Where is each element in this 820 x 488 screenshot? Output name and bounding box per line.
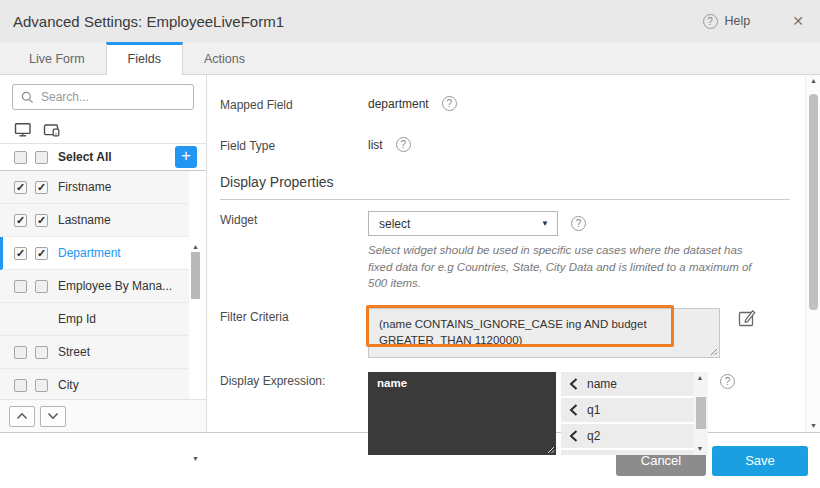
- select-all-row: Select All +: [0, 144, 206, 171]
- field-label: Department: [58, 246, 121, 260]
- field-row-lastname[interactable]: ✓✓Lastname: [0, 204, 189, 237]
- filter-criteria-label: Filter Criteria: [220, 308, 368, 324]
- main-scrollbar[interactable]: ▲ ▼: [805, 75, 820, 432]
- resize-handle-icon[interactable]: [710, 348, 718, 356]
- scrollbar-thumb[interactable]: [191, 252, 200, 299]
- widget-help-icon[interactable]: ?: [571, 216, 586, 231]
- field-row-street[interactable]: Street: [0, 336, 189, 369]
- field-label: City: [58, 378, 79, 392]
- widget-label: Widget: [220, 211, 368, 227]
- mapped-field-value: department: [368, 97, 429, 111]
- field-row-emp-id[interactable]: Emp Id: [0, 303, 189, 336]
- edit-icon[interactable]: [738, 309, 756, 327]
- mobile-checkbox[interactable]: [35, 346, 48, 359]
- move-field-up-button[interactable]: [9, 406, 35, 427]
- search-box: [12, 84, 194, 110]
- scroll-up-icon[interactable]: ▲: [694, 374, 706, 382]
- field-type-label: Field Type: [220, 137, 368, 153]
- display-properties-heading: Display Properties: [220, 174, 790, 200]
- field-row-firstname[interactable]: ✓✓Firstname: [0, 171, 189, 204]
- expression-field-item-name[interactable]: name: [561, 372, 694, 398]
- mobile-checkbox[interactable]: ✓: [35, 214, 48, 227]
- scroll-down-icon[interactable]: ▼: [190, 455, 201, 463]
- display-expression-label: Display Expression:: [220, 372, 368, 388]
- expression-field-item-q2[interactable]: q2: [561, 424, 694, 450]
- mapped-field-label: Mapped Field: [220, 96, 368, 112]
- mobile-checkbox[interactable]: [35, 280, 48, 293]
- help-link[interactable]: Help: [725, 14, 751, 28]
- web-checkbox[interactable]: ✓: [14, 181, 27, 194]
- close-icon[interactable]: ✕: [792, 13, 804, 29]
- dialog-header: Advanced Settings: EmployeeLiveForm1 ? H…: [0, 0, 820, 42]
- search-input[interactable]: [41, 90, 196, 104]
- web-checkbox[interactable]: [14, 346, 27, 359]
- web-checkbox[interactable]: [14, 280, 27, 293]
- expression-field-item-q1[interactable]: q1: [561, 398, 694, 424]
- scrollbar-thumb[interactable]: [809, 94, 818, 310]
- mobile-checkbox[interactable]: [35, 379, 48, 392]
- expression-list-scrollbar[interactable]: ▲ ▼: [694, 372, 708, 455]
- scroll-up-icon[interactable]: ▲: [190, 243, 201, 251]
- widget-select[interactable]: select ▼: [368, 211, 558, 236]
- field-label: Emp Id: [58, 312, 96, 326]
- scroll-up-icon[interactable]: ▲: [806, 77, 820, 85]
- mobile-icon[interactable]: [43, 122, 62, 138]
- desktop-icon[interactable]: [14, 122, 32, 138]
- field-settings-panel: Mapped Field department ? Field Type lis…: [207, 75, 820, 432]
- fields-sidebar: Select All + ✓✓Firstname✓✓Lastname✓✓Depa…: [0, 75, 207, 432]
- filter-criteria-textarea[interactable]: (name CONTAINS_IGNORE_CASE ing AND budge…: [368, 308, 720, 358]
- expression-field-name: name: [587, 377, 617, 391]
- field-row-department[interactable]: ✓✓Department: [0, 237, 189, 270]
- display-expression-help-icon[interactable]: ?: [720, 374, 735, 389]
- move-field-down-button[interactable]: [40, 406, 66, 427]
- mapped-field-help-icon[interactable]: ?: [442, 96, 457, 111]
- field-reorder-bar: [0, 399, 206, 432]
- field-label: Employee By Mana...: [58, 279, 172, 293]
- widget-selected-value: select: [379, 217, 541, 231]
- resize-handle-icon[interactable]: [547, 446, 555, 454]
- dialog-title: Advanced Settings: EmployeeLiveForm1: [13, 13, 284, 30]
- chevron-left-icon: [569, 378, 578, 390]
- advanced-settings-dialog: Advanced Settings: EmployeeLiveForm1 ? H…: [0, 0, 820, 488]
- select-all-web-checkbox[interactable]: [14, 151, 27, 164]
- field-type-value: list: [368, 138, 383, 152]
- web-checkbox[interactable]: [14, 379, 27, 392]
- field-label: Lastname: [58, 213, 111, 227]
- tab-fields[interactable]: Fields: [106, 42, 183, 75]
- mobile-checkbox[interactable]: ✓: [35, 181, 48, 194]
- expression-field-item-q3[interactable]: q3: [561, 450, 694, 455]
- scroll-down-icon[interactable]: ▼: [806, 422, 820, 430]
- tab-bar: Live FormFieldsActions: [0, 42, 820, 75]
- tab-live-form[interactable]: Live Form: [8, 42, 106, 75]
- scroll-down-icon[interactable]: ▼: [694, 445, 706, 453]
- sidebar-scrollbar[interactable]: ▲ ▼: [190, 243, 201, 467]
- chevron-left-icon: [569, 430, 578, 442]
- help-icon[interactable]: ?: [703, 14, 718, 29]
- select-all-label: Select All: [58, 150, 112, 164]
- mobile-checkbox[interactable]: ✓: [35, 247, 48, 260]
- chevron-left-icon: [569, 404, 578, 416]
- web-checkbox[interactable]: ✓: [14, 247, 27, 260]
- chevron-down-icon: ▼: [541, 219, 549, 228]
- display-expression-editor[interactable]: name: [368, 372, 556, 455]
- field-type-help-icon[interactable]: ?: [396, 137, 411, 152]
- field-label: Firstname: [58, 180, 111, 194]
- select-all-mobile-checkbox[interactable]: [35, 151, 48, 164]
- field-row-city[interactable]: City: [0, 369, 189, 402]
- search-icon: [21, 91, 34, 104]
- expression-field-name: q2: [587, 429, 600, 443]
- expression-field-name: q1: [587, 403, 600, 417]
- field-list: ✓✓Firstname✓✓Lastname✓✓DepartmentEmploye…: [0, 171, 201, 402]
- web-checkbox[interactable]: ✓: [14, 214, 27, 227]
- field-label: Street: [58, 345, 90, 359]
- widget-hint-text: Select widget should be used in specific…: [368, 242, 766, 292]
- device-toggle-row: [0, 117, 206, 144]
- scrollbar-thumb[interactable]: [696, 397, 706, 429]
- add-field-button[interactable]: +: [175, 146, 197, 168]
- tab-actions[interactable]: Actions: [183, 42, 266, 75]
- expression-field-list: nameq1q2q3: [561, 372, 694, 455]
- field-row-employee-by-mana[interactable]: Employee By Mana...: [0, 270, 189, 303]
- expression-field-list-panel: nameq1q2q3 ▲ ▼: [561, 372, 708, 455]
